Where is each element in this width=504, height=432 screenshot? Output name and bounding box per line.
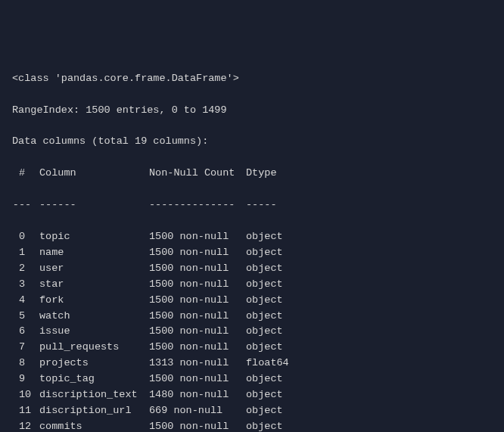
table-row: 7 pull_requests1500 non-nullobject xyxy=(12,340,492,356)
table-row: 3 star1500 non-nullobject xyxy=(12,277,492,293)
row-nonnull-count: 669 non-null xyxy=(149,403,246,419)
row-column-name: discription_url xyxy=(39,403,149,419)
row-dtype: object xyxy=(246,324,492,340)
row-column-name: discription_text xyxy=(39,387,149,403)
row-dtype: object xyxy=(246,229,492,245)
divider-dtype: ----- xyxy=(246,197,492,213)
row-idx: 6 xyxy=(12,324,39,340)
header-dtype: Dtype xyxy=(246,166,492,182)
header-column: Column xyxy=(39,166,149,182)
row-nonnull-count: 1500 non-null xyxy=(149,245,246,261)
table-divider-row: --- ------ -------------- ----- xyxy=(12,197,492,213)
row-idx: 7 xyxy=(12,340,39,356)
data-columns-line: Data columns (total 19 columns): xyxy=(12,134,492,150)
row-dtype: object xyxy=(246,277,492,293)
row-nonnull-count: 1500 non-null xyxy=(149,277,246,293)
row-column-name: pull_requests xyxy=(39,340,149,356)
row-dtype: float64 xyxy=(246,356,492,371)
row-column-name: topic_tag xyxy=(39,371,149,387)
table-row: 2 user1500 non-nullobject xyxy=(12,261,492,277)
table-row: 10discription_text1480 non-nullobject xyxy=(12,387,492,403)
row-idx: 1 xyxy=(12,245,39,261)
table-row: 11discription_url669 non-nullobject xyxy=(12,403,492,419)
row-idx: 2 xyxy=(12,261,39,277)
table-row: 5 watch1500 non-nullobject xyxy=(12,309,492,325)
dataframe-class-line: <class 'pandas.core.frame.DataFrame'> xyxy=(12,71,492,87)
row-column-name: user xyxy=(39,261,149,277)
row-idx: 10 xyxy=(12,387,39,403)
row-idx: 9 xyxy=(12,371,39,387)
row-idx: 4 xyxy=(12,293,39,309)
row-dtype: object xyxy=(246,371,492,387)
table-rows-container: 0 topic1500 non-nullobject 1 name1500 no… xyxy=(12,229,492,432)
row-nonnull-count: 1500 non-null xyxy=(149,371,246,387)
row-dtype: object xyxy=(246,309,492,325)
divider-idx: --- xyxy=(12,197,39,213)
row-dtype: object xyxy=(246,261,492,277)
row-dtype: object xyxy=(246,293,492,309)
row-idx: 11 xyxy=(12,403,39,419)
row-column-name: fork xyxy=(39,293,149,309)
row-nonnull-count: 1500 non-null xyxy=(149,419,246,432)
row-idx: 12 xyxy=(12,419,39,432)
row-dtype: object xyxy=(246,340,492,356)
table-row: 4 fork1500 non-nullobject xyxy=(12,293,492,309)
row-idx: 5 xyxy=(12,309,39,325)
row-column-name: commits xyxy=(39,419,149,432)
row-dtype: object xyxy=(246,387,492,403)
table-row: 1 name1500 non-nullobject xyxy=(12,245,492,261)
table-header-row: # Column Non-Null Count Dtype xyxy=(12,166,492,182)
divider-column: ------ xyxy=(39,197,149,213)
row-nonnull-count: 1500 non-null xyxy=(149,309,246,325)
row-nonnull-count: 1313 non-null xyxy=(149,356,246,371)
row-dtype: object xyxy=(246,419,492,432)
row-column-name: star xyxy=(39,277,149,293)
row-idx: 3 xyxy=(12,277,39,293)
range-index-line: RangeIndex: 1500 entries, 0 to 1499 xyxy=(12,103,492,119)
row-column-name: watch xyxy=(39,309,149,325)
row-nonnull-count: 1500 non-null xyxy=(149,340,246,356)
row-nonnull-count: 1500 non-null xyxy=(149,293,246,309)
row-dtype: object xyxy=(246,403,492,419)
table-row: 8 projects1313 non-nullfloat64 xyxy=(12,356,492,371)
header-idx: # xyxy=(12,166,39,182)
row-idx: 0 xyxy=(12,229,39,245)
table-row: 9 topic_tag1500 non-nullobject xyxy=(12,371,492,387)
row-column-name: name xyxy=(39,245,149,261)
row-column-name: issue xyxy=(39,324,149,340)
table-row: 6 issue1500 non-nullobject xyxy=(12,324,492,340)
row-idx: 8 xyxy=(12,356,39,371)
table-row: 12commits1500 non-nullobject xyxy=(12,419,492,432)
row-dtype: object xyxy=(246,245,492,261)
row-column-name: topic xyxy=(39,229,149,245)
row-nonnull-count: 1500 non-null xyxy=(149,261,246,277)
table-row: 0 topic1500 non-nullobject xyxy=(12,229,492,245)
row-nonnull-count: 1500 non-null xyxy=(149,229,246,245)
row-nonnull-count: 1480 non-null xyxy=(149,387,246,403)
divider-count: -------------- xyxy=(149,197,246,213)
header-count: Non-Null Count xyxy=(149,166,246,182)
row-column-name: projects xyxy=(39,356,149,371)
row-nonnull-count: 1500 non-null xyxy=(149,324,246,340)
